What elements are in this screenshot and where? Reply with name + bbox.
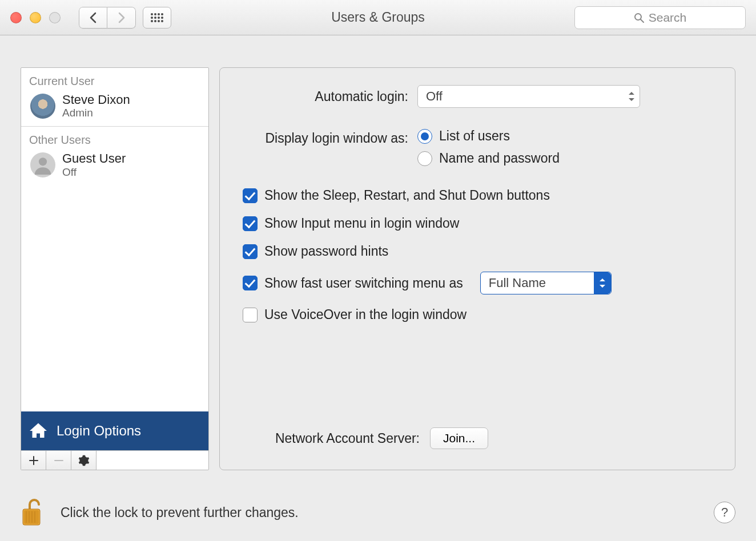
join-button[interactable]: Join... (430, 427, 488, 449)
preferences-window: Users & Groups Search Current User Steve… (0, 0, 756, 541)
checkbox-input[interactable] (243, 308, 258, 322)
forward-button[interactable] (107, 7, 136, 29)
svg-point-5 (154, 17, 156, 19)
checkbox-fast-user-switching: Show fast user switching menu as Full Na… (243, 272, 712, 294)
network-server-label: Network Account Server: (243, 431, 420, 446)
search-icon (634, 13, 644, 23)
gear-icon (78, 455, 90, 466)
window-title: Users & Groups (331, 10, 425, 25)
svg-point-3 (161, 13, 163, 15)
checkbox-label: Show password hints (264, 244, 388, 259)
radio-input[interactable] (417, 151, 432, 166)
svg-point-8 (151, 20, 153, 22)
add-user-button[interactable] (21, 451, 46, 470)
user-status: Off (62, 166, 126, 179)
radio-label: Name and password (439, 151, 560, 166)
close-button[interactable] (10, 12, 22, 23)
svg-line-13 (641, 19, 644, 22)
users-sidebar: Current User Steve Dixon Admin Other Use… (21, 67, 209, 470)
updown-arrows-icon (628, 91, 635, 102)
checkbox-label: Show the Sleep, Restart, and Shut Down b… (264, 188, 550, 203)
lock-open-icon (21, 498, 45, 527)
svg-point-10 (158, 20, 160, 22)
svg-point-11 (161, 20, 163, 22)
minimize-button[interactable] (30, 12, 41, 23)
svg-point-4 (151, 17, 153, 19)
checkbox-label: Show fast user switching menu as (264, 276, 463, 291)
minus-icon (54, 456, 63, 465)
action-menu-button[interactable] (71, 451, 96, 470)
login-options-row[interactable]: Login Options (21, 411, 208, 450)
zoom-button (49, 12, 61, 23)
svg-point-6 (158, 17, 160, 19)
other-users-header: Other Users (21, 127, 208, 150)
display-login-label: Display login window as: (243, 128, 408, 146)
chevron-left-icon (89, 12, 97, 23)
content-area: Current User Steve Dixon Admin Other Use… (0, 35, 756, 484)
radio-name-password[interactable]: Name and password (417, 151, 560, 166)
user-name: Guest User (62, 151, 126, 165)
checkbox-sleep-restart[interactable]: Show the Sleep, Restart, and Shut Down b… (243, 188, 712, 203)
automatic-login-popup[interactable]: Off (417, 85, 640, 108)
svg-point-2 (158, 13, 160, 15)
search-placeholder: Search (649, 11, 687, 25)
settings-pane: Automatic login: Off Display login windo… (219, 67, 735, 470)
fast-user-switching-popup[interactable]: Full Name (480, 272, 612, 294)
automatic-login-value: Off (426, 89, 443, 104)
grid-icon (151, 13, 163, 22)
user-name: Steve Dixon (62, 92, 130, 107)
automatic-login-label: Automatic login: (243, 89, 408, 104)
svg-point-1 (154, 13, 156, 15)
checkbox-input[interactable] (243, 244, 258, 259)
lock-text: Click the lock to prevent further change… (61, 505, 299, 520)
sidebar-toolbar (21, 450, 208, 470)
checkbox-input[interactable] (243, 188, 258, 203)
svg-point-14 (39, 158, 47, 165)
updown-arrows-icon (599, 278, 606, 288)
nav-segment (79, 7, 136, 29)
svg-point-7 (161, 17, 163, 19)
checkbox-input[interactable] (243, 276, 258, 290)
help-button[interactable]: ? (714, 502, 735, 523)
guest-avatar-icon (30, 152, 55, 177)
current-user-row[interactable]: Steve Dixon Admin (21, 91, 208, 126)
checkbox-voiceover[interactable]: Use VoiceOver in the login window (243, 307, 712, 322)
checkbox-label: Use VoiceOver in the login window (264, 307, 467, 322)
show-all-button[interactable] (143, 7, 171, 29)
radio-label: List of users (439, 128, 510, 144)
window-controls (10, 12, 61, 23)
svg-point-0 (151, 13, 153, 15)
radio-list-of-users[interactable]: List of users (417, 128, 560, 144)
checkbox-label: Show Input menu in login window (264, 216, 459, 231)
checkbox-input-menu[interactable]: Show Input menu in login window (243, 216, 712, 231)
remove-user-button[interactable] (46, 451, 71, 470)
plus-icon (29, 456, 38, 465)
svg-point-9 (154, 20, 156, 22)
home-icon (28, 421, 49, 441)
titlebar: Users & Groups Search (0, 0, 756, 35)
lock-button[interactable] (21, 498, 45, 527)
other-user-row[interactable]: Guest User Off (21, 150, 208, 185)
footer: Click the lock to prevent further change… (0, 484, 756, 541)
current-user-header: Current User (21, 68, 208, 91)
search-field[interactable]: Search (574, 6, 746, 29)
user-role: Admin (62, 107, 130, 119)
radio-input[interactable] (417, 129, 432, 144)
checkbox-password-hints[interactable]: Show password hints (243, 244, 712, 259)
checkbox-input[interactable] (243, 216, 258, 231)
chevron-right-icon (118, 12, 126, 23)
fast-user-switching-value: Full Name (489, 276, 546, 290)
back-button[interactable] (79, 7, 107, 29)
avatar (30, 94, 55, 119)
login-options-label: Login Options (57, 423, 141, 439)
